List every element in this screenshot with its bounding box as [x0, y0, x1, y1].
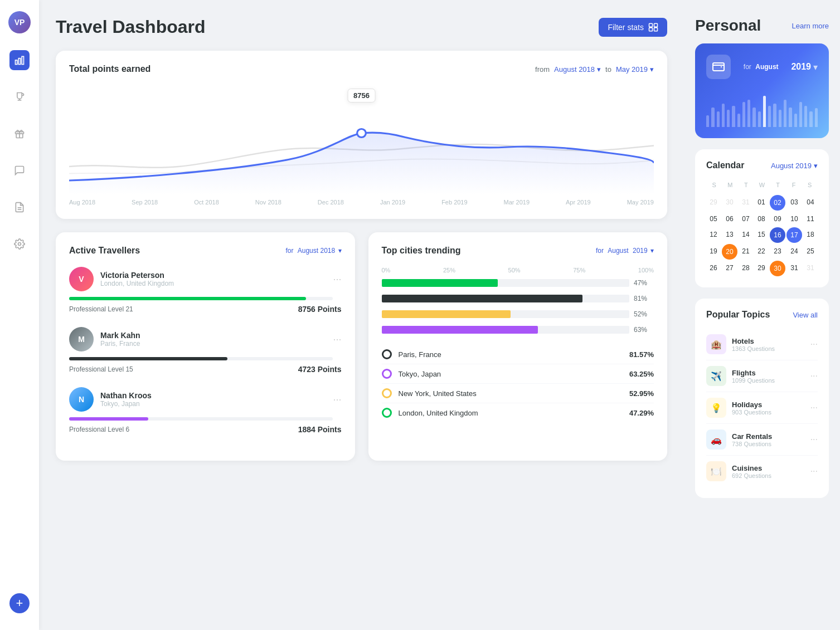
cal-day[interactable]: 31	[786, 261, 802, 276]
cal-day[interactable]: 29	[706, 195, 721, 211]
chevron-down-icon-4[interactable]: ▾	[650, 247, 654, 255]
calendar-month-select[interactable]: August 2019 ▾	[771, 162, 818, 170]
city-name-4: London, United Kingdom	[399, 409, 478, 417]
chevron-down-icon: ▾	[597, 65, 601, 74]
cal-day[interactable]: 06	[722, 212, 737, 226]
sidebar-icon-gear[interactable]	[9, 234, 30, 254]
sidebar-icon-cup[interactable]	[9, 87, 30, 107]
chevron-down-icon-3[interactable]: ▾	[338, 247, 342, 255]
cal-day[interactable]: 14	[739, 227, 753, 243]
cal-day[interactable]: 24	[786, 244, 802, 260]
progress-row-1: Professional Level 21 8756 Points	[69, 305, 342, 314]
cal-day[interactable]: 25	[803, 244, 818, 260]
cal-day[interactable]: 05	[706, 212, 721, 226]
traveller-item: V Victoria Peterson London, United Kingd…	[69, 267, 342, 314]
svg-rect-1	[18, 58, 20, 65]
city-pct-4: 63%	[634, 326, 654, 334]
traveller-menu-3[interactable]: ···	[333, 394, 341, 406]
cal-day-orange[interactable]: 20	[722, 244, 737, 260]
traveller-info-2: M Mark Kahn Paris, France ···	[69, 327, 342, 351]
wallet-bar	[768, 106, 771, 128]
chevron-down-icon-2: ▾	[650, 65, 654, 74]
chart-point[interactable]	[357, 129, 366, 138]
city-row-2: Tokyo, Japan 63.25%	[382, 364, 654, 384]
topic-info-cuisines: Cuisines 692 Questions	[732, 464, 771, 479]
progress-bar-wrap-2	[69, 357, 333, 360]
topic-info-car-rentals: Car Rentals 738 Questions	[732, 432, 772, 447]
cal-day[interactable]: 21	[739, 244, 753, 260]
learn-more-link[interactable]: Learn more	[792, 22, 829, 30]
cal-day[interactable]: 03	[786, 195, 802, 211]
cal-day[interactable]: 07	[739, 212, 753, 226]
chart-label: May 2019	[627, 199, 654, 206]
filter-stats-button[interactable]: Filter stats	[599, 18, 667, 37]
wallet-bar	[742, 102, 745, 128]
bottom-row: Active Travellers for August 2018 ▾ V Vi…	[56, 232, 667, 461]
svg-point-7	[18, 243, 21, 246]
cal-day[interactable]: 15	[754, 227, 769, 243]
cal-day-orange-2[interactable]: 30	[770, 261, 785, 276]
cal-day[interactable]: 23	[770, 244, 785, 260]
traveller-menu-2[interactable]: ···	[333, 334, 341, 345]
svg-rect-8	[649, 23, 653, 27]
cal-day-highlighted[interactable]: 02	[770, 195, 785, 211]
cal-day[interactable]: 22	[754, 244, 769, 260]
topic-menu-flights[interactable]: ···	[810, 371, 818, 381]
cal-day-today[interactable]: 16	[770, 227, 785, 243]
sidebar-icon-file[interactable]	[9, 197, 30, 217]
progress-bar-wrap-1	[69, 297, 333, 300]
sidebar-icon-chat[interactable]	[9, 160, 30, 180]
to-date-select[interactable]: May 2019 ▾	[616, 65, 654, 74]
traveller-menu-1[interactable]: ···	[333, 274, 341, 285]
topic-menu-cuisines[interactable]: ···	[810, 466, 818, 476]
cal-day[interactable]: 09	[770, 212, 785, 226]
topic-menu-holidays[interactable]: ···	[810, 403, 818, 413]
cal-day[interactable]: 26	[706, 261, 721, 276]
wallet-bar	[752, 108, 755, 127]
cal-day-highlighted-2[interactable]: 17	[786, 227, 802, 243]
city-chart: 47% 81% 52%	[382, 279, 654, 334]
svg-rect-2	[22, 56, 23, 64]
traveller-item-3: N Nathan Kroos Tokyo, Japan ··· Professi…	[69, 387, 342, 434]
calendar-header: Calendar August 2019 ▾	[706, 160, 818, 170]
wallet-bar	[727, 110, 730, 128]
add-button[interactable]: +	[9, 593, 30, 613]
topic-info-hotels: Hotels 1363 Questions	[732, 337, 775, 352]
travellers-badge: for August 2018 ▾	[285, 247, 341, 255]
topic-icon-holidays: 💡	[706, 398, 726, 418]
cal-day[interactable]: 27	[722, 261, 737, 276]
wallet-year-select[interactable]: 2019 ▾	[791, 62, 818, 72]
city-indicator-2	[382, 369, 392, 379]
cal-day[interactable]: 11	[803, 212, 818, 226]
cal-day[interactable]: 31	[739, 195, 753, 211]
city-bar-row-2: 81%	[382, 295, 654, 302]
cal-day[interactable]: 31	[803, 261, 818, 276]
view-all-link[interactable]: View all	[793, 311, 818, 319]
cal-day[interactable]: 28	[739, 261, 753, 276]
progress-row-3: Professional Level 6 1884 Points	[69, 425, 342, 434]
city-pct-val-1: 81.57%	[629, 350, 654, 359]
cal-day[interactable]: 18	[803, 227, 818, 243]
cal-day[interactable]: 01	[754, 195, 769, 211]
from-date-select[interactable]: August 2018 ▾	[554, 65, 601, 74]
wallet-bar	[737, 114, 740, 128]
city-bar-bg-1	[382, 279, 630, 287]
cal-day[interactable]: 12	[706, 227, 721, 243]
cal-day[interactable]: 13	[722, 227, 737, 243]
cal-day[interactable]: 10	[786, 212, 802, 226]
sidebar-icon-chart[interactable]	[9, 50, 30, 70]
cal-day[interactable]: 08	[754, 212, 769, 226]
cal-day[interactable]: 30	[722, 195, 737, 211]
right-panel: Personal Learn more for August 2019 ▾	[684, 0, 840, 630]
avatar[interactable]: VP	[8, 11, 31, 33]
cal-day[interactable]: 29	[754, 261, 769, 276]
wallet-card: for August 2019 ▾	[695, 43, 829, 138]
topic-row-car-rentals: 🚗 Car Rentals 738 Questions ···	[706, 424, 818, 456]
cal-day[interactable]: 19	[706, 244, 721, 260]
page-title: Travel Dashboard	[56, 17, 206, 37]
topic-menu-car-rentals[interactable]: ···	[810, 434, 818, 445]
topic-menu-hotels[interactable]: ···	[810, 339, 818, 349]
cal-day[interactable]: 04	[803, 195, 818, 211]
sidebar-icon-gift[interactable]	[9, 124, 30, 144]
cities-badge: for August 2019 ▾	[596, 247, 654, 255]
